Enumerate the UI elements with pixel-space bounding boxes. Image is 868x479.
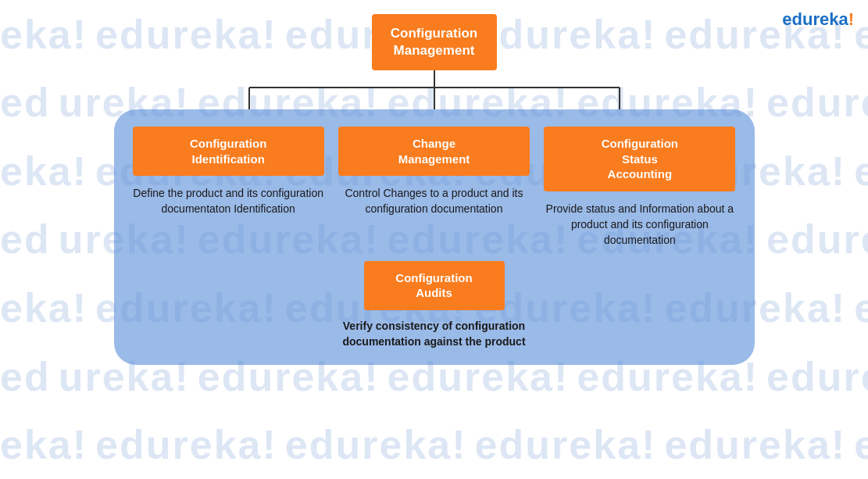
- logo-text: edureka: [782, 9, 848, 29]
- col-change-management: ChangeManagement Control Changes to a pr…: [338, 127, 530, 217]
- change-management-desc: Control Changes to a product and its con…: [338, 185, 530, 217]
- config-identification-desc: Define the product and its configuration…: [133, 185, 324, 217]
- blue-container: ConfigurationIdentification Define the p…: [114, 109, 755, 365]
- connector-area: [130, 70, 739, 109]
- bottom-section: ConfigurationAudits Verify consistency o…: [133, 261, 736, 350]
- edureka-logo: edureka!: [782, 9, 854, 30]
- three-columns: ConfigurationIdentification Define the p…: [133, 127, 736, 248]
- main-content: ConfigurationManagement ConfigurationIde…: [0, 0, 868, 479]
- connector-svg: [130, 70, 739, 109]
- col-config-identification: ConfigurationIdentification Define the p…: [133, 127, 324, 217]
- col-config-status: ConfigurationStatusAccounting Provide st…: [544, 127, 735, 248]
- config-audits-box: ConfigurationAudits: [364, 261, 505, 310]
- root-node: ConfigurationManagement: [372, 14, 497, 70]
- config-status-box: ConfigurationStatusAccounting: [544, 127, 735, 191]
- change-management-box: ChangeManagement: [338, 127, 530, 176]
- config-audits-desc: Verify consistency of configuration docu…: [325, 318, 544, 350]
- config-identification-box: ConfigurationIdentification: [133, 127, 324, 176]
- config-status-desc: Provide status and Information about a p…: [544, 201, 735, 248]
- logo-exclaim: !: [848, 9, 854, 29]
